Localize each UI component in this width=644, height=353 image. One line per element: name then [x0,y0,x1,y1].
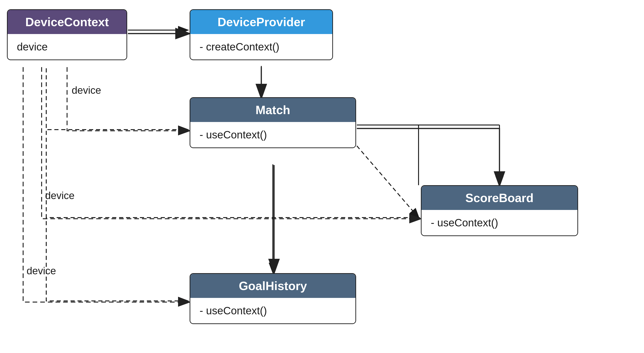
goal-history-header: GoalHistory [190,274,356,298]
device-provider-box: DeviceProvider - createContext() [190,9,333,60]
scoreboard-body: - useContext() [422,210,578,235]
svg-line-7 [357,146,418,218]
device-context-header: DeviceContext [8,10,126,34]
diagram-container: DeviceContext device DeviceProvider - cr… [0,0,644,353]
device-provider-body: - createContext() [190,34,332,60]
device-label-2: device [45,190,74,201]
device-context-body: device [8,34,126,60]
device-provider-header: DeviceProvider [190,10,332,34]
device-context-box: DeviceContext device [7,9,127,60]
scoreboard-header: ScoreBoard [422,186,578,210]
match-body: - useContext() [190,122,356,147]
goal-history-box: GoalHistory - useContext() [190,273,356,324]
match-box: Match - useContext() [190,97,356,148]
device-label-1: device [72,85,101,96]
scoreboard-box: ScoreBoard - useContext() [421,185,578,236]
goal-history-body: - useContext() [190,298,356,323]
device-label-3: device [26,265,56,277]
match-header: Match [190,98,356,122]
